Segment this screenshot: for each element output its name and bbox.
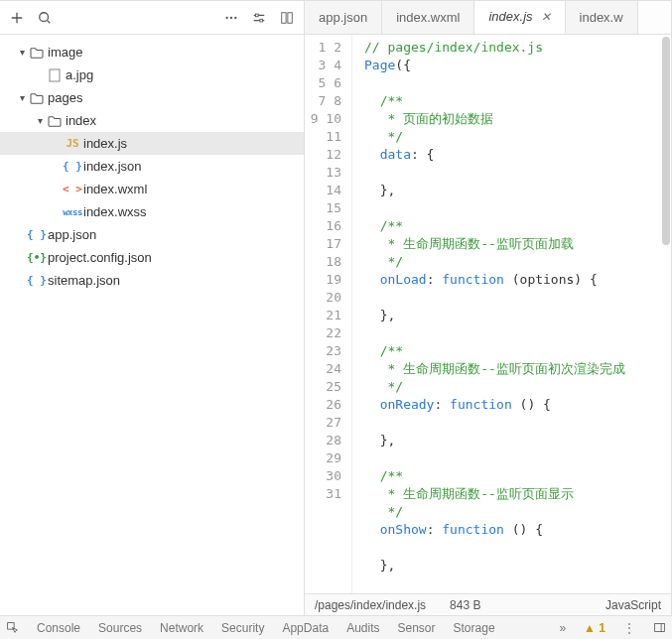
tab-index-w[interactable]: index.w: [566, 1, 638, 34]
tree-item-label: index.js: [81, 136, 127, 151]
tree-item-label: sitemap.json: [46, 273, 120, 288]
svg-point-3: [234, 16, 236, 18]
split-view-icon[interactable]: [280, 11, 294, 25]
svg-rect-10: [655, 623, 665, 631]
file-index.json[interactable]: { }index.json: [0, 155, 304, 178]
status-language[interactable]: JavaScript: [605, 598, 661, 612]
inspect-icon[interactable]: [6, 621, 19, 634]
editor-statusbar: /pages/index/index.js 843 B JavaScript: [305, 593, 671, 615]
tree-item-label: image: [46, 45, 82, 60]
devtools-warning-badge[interactable]: ▲ 1: [584, 621, 605, 635]
svg-rect-6: [282, 12, 286, 23]
devtools-tab-audits[interactable]: Audits: [346, 621, 379, 635]
tree-item-label: index: [64, 113, 96, 128]
file-a.jpg[interactable]: a.jpg: [0, 64, 304, 86]
image-file-icon: [46, 68, 64, 82]
json-file-icon: { }: [64, 160, 81, 173]
editor-scrollbar[interactable]: [661, 35, 671, 593]
devtools-overflow-icon[interactable]: »: [559, 621, 566, 635]
json-file-icon: { }: [28, 228, 46, 241]
tab-label: app.json: [319, 10, 367, 25]
tab-label: index.w: [580, 10, 623, 25]
tab-app-json[interactable]: app.json: [305, 1, 382, 34]
tree-item-label: a.jpg: [64, 67, 93, 82]
editor-tabs: app.jsonindex.wxmlindex.js✕index.w: [305, 1, 671, 35]
file-tree[interactable]: ▾imagea.jpg▾pages▾indexJSindex.js{ }inde…: [0, 35, 304, 615]
chevron-down-icon[interactable]: ▾: [16, 92, 28, 103]
sliders-icon[interactable]: [252, 11, 266, 25]
wxml-file-icon: < >: [64, 183, 81, 195]
folder-index[interactable]: ▾index: [0, 109, 304, 132]
file-sitemap.json[interactable]: { }sitemap.json: [0, 269, 304, 292]
folder-icon: [46, 115, 64, 127]
svg-point-1: [225, 16, 227, 18]
config-file-icon: {•}: [28, 251, 46, 264]
chevron-down-icon[interactable]: ▾: [34, 115, 46, 126]
editor-pane: app.jsonindex.wxmlindex.js✕index.w 1 2 3…: [305, 1, 672, 615]
devtools-tab-sources[interactable]: Sources: [98, 621, 142, 635]
file-project.config.json[interactable]: {•}project.config.json: [0, 246, 304, 269]
devtools-tab-storage[interactable]: Storage: [454, 621, 495, 635]
tree-item-label: pages: [46, 90, 82, 105]
wxss-file-icon: wxss: [64, 207, 81, 217]
status-path: /pages/index/index.js: [315, 598, 426, 612]
status-size: 843 B: [450, 598, 480, 612]
svg-rect-7: [288, 12, 292, 23]
scrollbar-thumb[interactable]: [662, 37, 670, 245]
more-icon[interactable]: [224, 11, 238, 25]
folder-image[interactable]: ▾image: [0, 41, 304, 64]
svg-rect-8: [50, 69, 60, 81]
folder-icon: [28, 47, 46, 59]
file-app.json[interactable]: { }app.json: [0, 223, 304, 246]
file-index.js[interactable]: JSindex.js: [0, 132, 304, 155]
tree-item-label: app.json: [46, 227, 96, 242]
svg-rect-5: [260, 19, 263, 22]
devtools-tab-security[interactable]: Security: [221, 621, 264, 635]
add-file-icon[interactable]: [10, 11, 24, 25]
close-icon[interactable]: ✕: [541, 10, 551, 24]
devtools-tab-console[interactable]: Console: [37, 621, 80, 635]
line-number-gutter: 1 2 3 4 5 6 7 8 9 10 11 12 13 14 15 16 1…: [305, 35, 352, 593]
devtools-tab-sensor[interactable]: Sensor: [398, 621, 436, 635]
tab-index-wxml[interactable]: index.wxml: [382, 1, 474, 34]
json-file-icon: { }: [28, 274, 46, 287]
devtools-tab-network[interactable]: Network: [160, 621, 203, 635]
search-icon[interactable]: [38, 11, 52, 25]
devtools-panel-tabs: ConsoleSourcesNetworkSecurityAppDataAudi…: [0, 615, 672, 639]
tree-item-label: project.config.json: [46, 250, 152, 265]
tree-item-label: index.json: [81, 159, 142, 174]
chevron-down-icon[interactable]: ▾: [16, 47, 28, 58]
svg-point-0: [40, 12, 49, 21]
code-content[interactable]: // pages/index/index.js Page({ /** * 页面的…: [352, 35, 671, 593]
tab-label: index.js: [488, 9, 532, 24]
tree-item-label: index.wxml: [81, 182, 147, 196]
sidebar-toolbar: [0, 1, 304, 35]
svg-point-2: [230, 16, 232, 18]
devtools-dock-icon[interactable]: [653, 621, 666, 634]
file-index.wxml[interactable]: < >index.wxml: [0, 178, 304, 200]
folder-pages[interactable]: ▾pages: [0, 86, 304, 109]
tab-index-js[interactable]: index.js✕: [474, 1, 565, 34]
file-index.wxss[interactable]: wxssindex.wxss: [0, 200, 304, 223]
file-explorer-sidebar: ▾imagea.jpg▾pages▾indexJSindex.js{ }inde…: [0, 1, 305, 615]
tree-item-label: index.wxss: [81, 204, 147, 219]
svg-rect-4: [256, 14, 259, 17]
devtools-tab-appdata[interactable]: AppData: [282, 621, 329, 635]
code-area: 1 2 3 4 5 6 7 8 9 10 11 12 13 14 15 16 1…: [305, 35, 671, 593]
tab-label: index.wxml: [396, 10, 460, 25]
folder-icon: [28, 92, 46, 104]
js-file-icon: JS: [64, 137, 81, 150]
devtools-more-icon[interactable]: ⋮: [623, 621, 635, 635]
